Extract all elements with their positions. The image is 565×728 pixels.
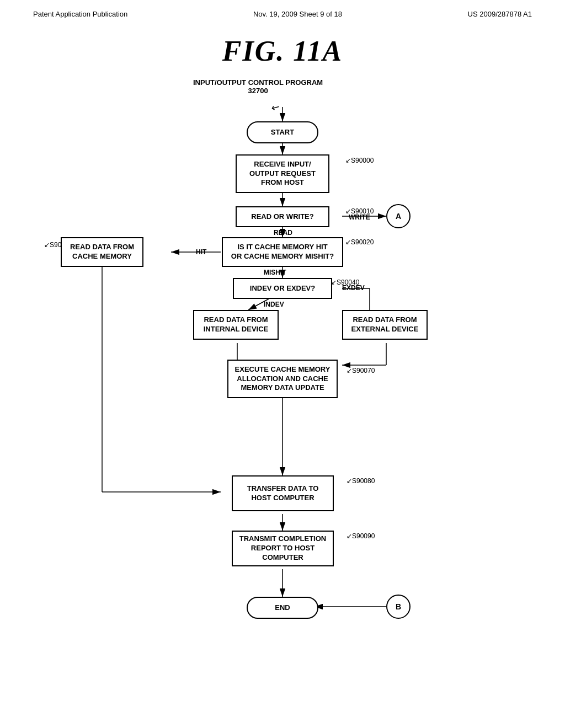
- fig-title: FIG. 11A: [0, 35, 565, 67]
- s90040-box: INDEV OR EXDEV?: [233, 278, 332, 299]
- s90080-label: ↙S90080: [347, 477, 375, 485]
- s90070-label: ↙S90070: [347, 367, 375, 374]
- s90090-label: ↙S90090: [347, 532, 375, 540]
- start-box: START: [247, 121, 318, 143]
- indev-label: INDEV: [264, 301, 284, 308]
- s90090-box: TRANSMIT COMPLETION REPORT TO HOST COMPU…: [232, 531, 334, 566]
- header-right: US 2009/287878 A1: [468, 10, 532, 18]
- s90030-box: READ DATA FROM CACHE MEMORY: [61, 237, 143, 267]
- program-arrow: ↙: [269, 100, 282, 115]
- end-box: END: [247, 597, 318, 619]
- header-center: Nov. 19, 2009 Sheet 9 of 18: [253, 10, 342, 18]
- read-label: READ: [274, 229, 292, 237]
- s90010-box: READ OR WRITE?: [236, 206, 329, 227]
- s90050-box: READ DATA FROM INTERNAL DEVICE: [193, 310, 279, 340]
- s90000-box: RECEIVE INPUT/ OUTPUT REQUEST FROM HOST: [236, 154, 329, 193]
- exdev-label-right: EXDEV: [342, 284, 365, 292]
- circle-b: B: [386, 595, 411, 619]
- s90020-box: IS IT CACHE MEMORY HIT OR CACHE MEMORY M…: [222, 237, 343, 267]
- s90060-box: READ DATA FROM EXTERNAL DEVICE: [342, 310, 428, 340]
- s90080-box: TRANSFER DATA TO HOST COMPUTER: [232, 475, 334, 511]
- s90070-box: EXECUTE CACHE MEMORY ALLOCATION AND CACH…: [227, 360, 338, 398]
- header-left: Patent Application Publication: [33, 10, 127, 18]
- s90010-write-label: WRITE: [349, 213, 370, 221]
- hit-label: HIT: [196, 248, 206, 256]
- mishit-label: MISHIT: [264, 269, 286, 276]
- flowchart: INPUT/OUTPUT CONTROL PROGRAM 32700 ↙ STA…: [0, 73, 565, 724]
- page-header: Patent Application Publication Nov. 19, …: [0, 0, 565, 18]
- s90020-label: ↙S90020: [345, 238, 374, 246]
- s90000-label: ↙S90000: [345, 157, 374, 164]
- circle-a: A: [386, 204, 411, 228]
- program-label: INPUT/OUTPUT CONTROL PROGRAM 32700: [193, 78, 323, 95]
